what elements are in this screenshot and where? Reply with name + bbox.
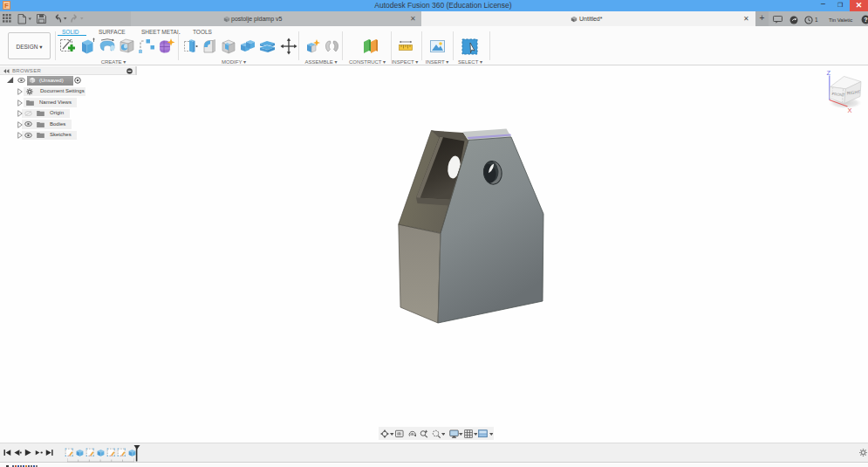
svg-text:Z: Z	[827, 69, 831, 77]
svg-text:X: X	[848, 106, 852, 114]
svg-text:?: ?	[864, 16, 867, 24]
